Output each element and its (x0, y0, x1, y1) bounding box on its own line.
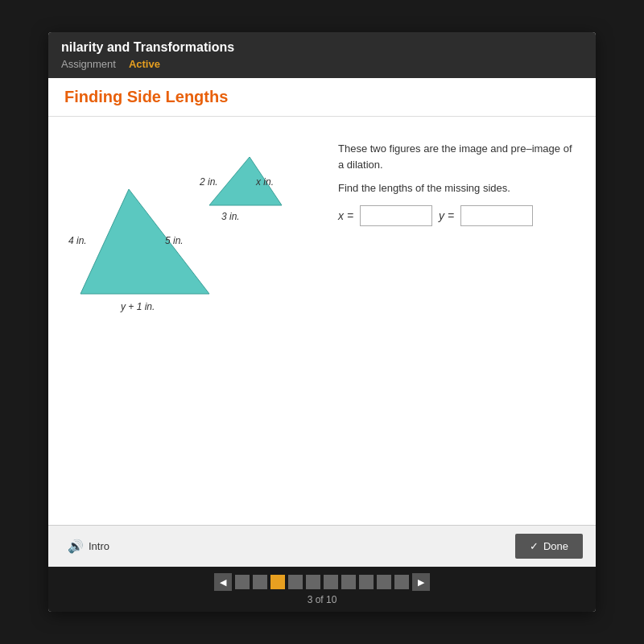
header: nilarity and Transformations Assignment … (48, 32, 596, 78)
nav-active: Active (129, 58, 160, 70)
large-bottom-label: y + 1 in. (120, 301, 155, 312)
header-title: nilarity and Transformations (61, 40, 583, 55)
nav-assignment: Assignment (61, 58, 116, 70)
nav-dot-7[interactable] (341, 575, 356, 589)
nav-dot-6[interactable] (324, 575, 338, 589)
large-left-label: 4 in. (68, 235, 87, 246)
large-right-label: 5 in. (165, 235, 184, 246)
done-label: Done (543, 540, 568, 552)
question-body: 4 in. 5 in. y + 1 in. 2 in. x in. 3 in. … (48, 117, 596, 337)
nav-dot-5[interactable] (306, 575, 320, 589)
spacer (48, 337, 596, 526)
nav-dot-3[interactable] (270, 575, 285, 589)
x-label: x = (338, 209, 353, 222)
question-title: Finding Side Lengths (64, 88, 228, 105)
nav-dot-4[interactable] (288, 575, 303, 589)
footer: 🔊 Intro ✓ Done (48, 525, 596, 567)
small-bottom-label: 3 in. (221, 211, 240, 222)
nav-dot-10[interactable] (394, 575, 409, 589)
screen: nilarity and Transformations Assignment … (48, 32, 596, 612)
nav-dots: ◀ ▶ (214, 573, 430, 591)
done-button[interactable]: ✓ Done (515, 534, 583, 559)
input-row: x = y = (338, 205, 580, 226)
intro-label: Intro (89, 540, 109, 552)
large-triangle (80, 189, 209, 294)
header-nav: Assignment Active (61, 58, 583, 70)
text-area: These two figures are the image and pre–… (322, 133, 580, 321)
description-text: These two figures are the image and pre–… (338, 141, 580, 172)
question-header: Finding Side Lengths (48, 78, 596, 117)
checkmark-icon: ✓ (530, 540, 539, 552)
nav-next-button[interactable]: ▶ (412, 573, 430, 591)
triangles-svg: 4 in. 5 in. y + 1 in. 2 in. x in. 3 in. (64, 141, 306, 318)
content-area: Finding Side Lengths 4 in. 5 in. y + 1 i… (48, 78, 596, 567)
intro-button[interactable]: 🔊 Intro (61, 535, 116, 557)
page-info: 3 of 10 (308, 594, 337, 605)
nav-prev-button[interactable]: ◀ (214, 573, 232, 591)
small-left-label: 2 in. (199, 176, 218, 188)
find-text: Find the lengths of the missing sides. (338, 182, 580, 194)
nav-dot-9[interactable] (377, 575, 391, 589)
y-input[interactable] (460, 205, 533, 226)
nav-dot-2[interactable] (253, 575, 267, 589)
small-top-label: x in. (255, 176, 274, 188)
y-label: y = (439, 209, 454, 222)
nav-dot-8[interactable] (359, 575, 374, 589)
figures-area: 4 in. 5 in. y + 1 in. 2 in. x in. 3 in. (64, 133, 306, 321)
nav-dot-1[interactable] (235, 575, 250, 589)
nav-bar: ◀ ▶ 3 of 10 (48, 567, 596, 612)
speaker-icon: 🔊 (68, 539, 84, 554)
x-input[interactable] (360, 205, 432, 226)
